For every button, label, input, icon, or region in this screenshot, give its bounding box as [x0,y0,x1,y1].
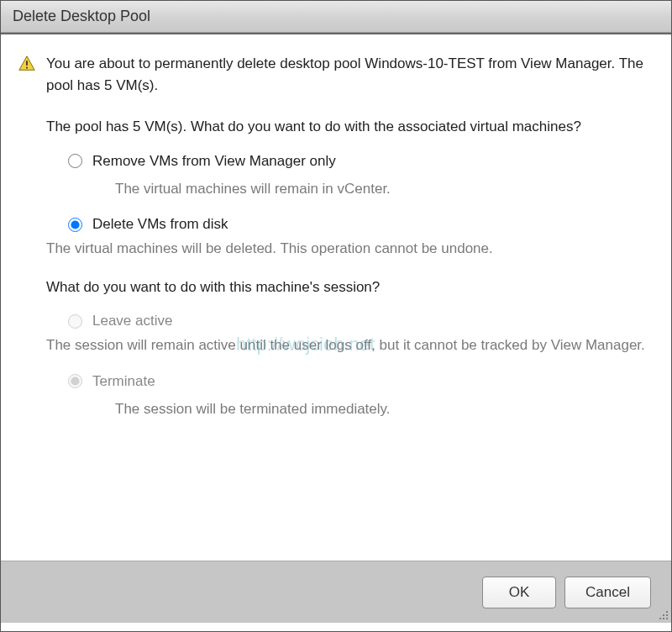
radio-leave-active-label: Leave active [92,313,172,329]
svg-point-3 [663,614,664,616]
titlebar: Delete Desktop Pool [1,1,671,33]
svg-point-6 [663,618,664,619]
button-bar: OK Cancel [1,561,671,623]
session-question-text: What do you want to do with this machine… [46,276,654,298]
radio-remove-vms-label: Remove VMs from View Manager only [92,153,336,170]
radio-delete-vms-label: Delete VMs from disk [92,216,228,233]
vm-question-text: The pool has 5 VM(s). What do you want t… [46,116,654,138]
terminate-description: The session will be terminated immediate… [68,398,654,420]
radio-terminate-input [68,374,82,388]
leave-active-description: The session will remain active until the… [46,334,654,356]
radio-leave-active-input [68,314,82,329]
vm-radio-group: Remove VMs from View Manager only The vi… [46,153,654,234]
radio-leave-active: Leave active [68,313,654,329]
remove-vms-description: The virtual machines will remain in vCen… [68,178,654,200]
dialog-title: Delete Desktop Pool [13,8,150,24]
dialog-content: You are about to permanently delete desk… [1,34,671,561]
radio-remove-vms-input[interactable] [68,154,82,168]
vm-question-section: The pool has 5 VM(s). What do you want t… [18,116,654,260]
session-radio-group-2: Terminate The session will be terminated… [46,373,654,420]
session-question-section: What do you want to do with this machine… [18,276,654,420]
svg-rect-1 [26,67,28,69]
radio-delete-vms[interactable]: Delete VMs from disk [68,216,654,233]
warning-icon [18,55,36,73]
svg-rect-0 [26,61,28,66]
radio-delete-vms-input[interactable] [68,218,82,232]
radio-terminate: Terminate [68,373,654,390]
svg-point-5 [659,618,661,619]
svg-point-7 [666,618,668,619]
delete-vms-description: The virtual machines will be deleted. Th… [46,238,654,260]
svg-point-2 [666,611,668,613]
svg-point-4 [666,614,668,616]
cancel-button[interactable]: Cancel [564,577,651,608]
radio-terminate-label: Terminate [92,373,155,390]
ok-button[interactable]: OK [482,577,556,608]
warning-text: You are about to permanently delete desk… [46,53,654,96]
resize-grip-icon[interactable] [657,608,669,620]
session-radio-group: Leave active [46,313,654,329]
warning-row: You are about to permanently delete desk… [18,53,654,96]
radio-remove-vms[interactable]: Remove VMs from View Manager only [68,153,654,170]
